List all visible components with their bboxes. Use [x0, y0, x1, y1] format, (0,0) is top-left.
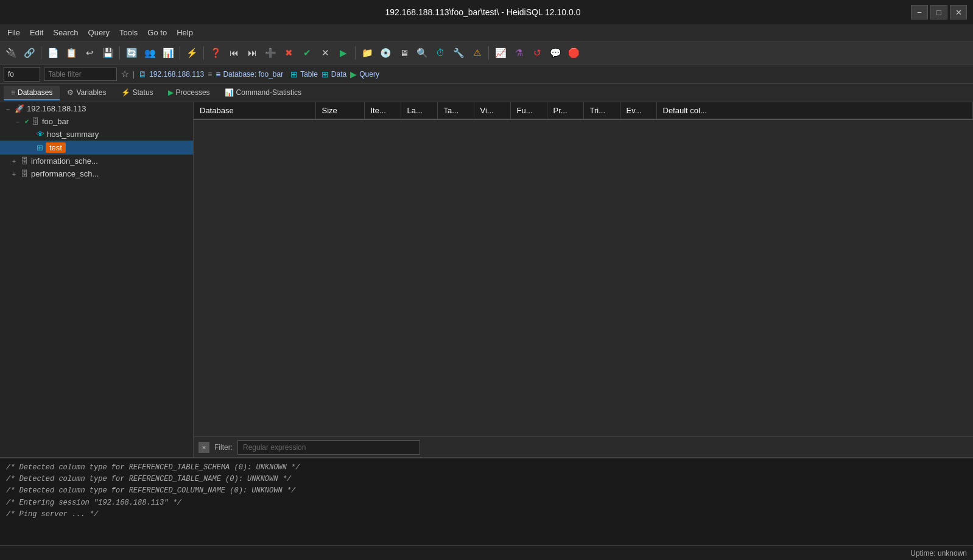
test-label: test	[46, 142, 66, 153]
tree-table-test[interactable]: ⊞ test	[0, 141, 193, 155]
menu-edit[interactable]: Edit	[25, 27, 48, 38]
breadcrumb-data[interactable]: ⊞ Data	[321, 69, 346, 79]
delete-row-button[interactable]: ✖	[280, 44, 297, 61]
col-database[interactable]: Database	[194, 102, 315, 119]
info-schema-icon: 🗄	[21, 156, 29, 166]
last-button[interactable]: ⏭	[244, 44, 261, 61]
discard-button[interactable]: ✕	[317, 44, 334, 61]
folder-button[interactable]: 📁	[359, 44, 376, 61]
stats-button[interactable]: 📈	[492, 44, 509, 61]
col-functions[interactable]: Fu...	[510, 102, 547, 119]
toolbar-sep-3	[180, 46, 180, 60]
database-icon: ≡	[216, 69, 220, 79]
tab-bar: ≡ Databases ⚙ Variables ⚡ Status ▶ Proce…	[0, 84, 973, 102]
menu-tools[interactable]: Tools	[114, 27, 142, 38]
breadcrumb-database[interactable]: ≡ Database: foo_bar	[216, 69, 283, 79]
tree-view-host-summary[interactable]: 👁 host_summary	[0, 128, 193, 141]
manage-users-button[interactable]: 👥	[141, 44, 158, 61]
favorite-button[interactable]: ☆	[121, 68, 129, 80]
ssh-button[interactable]: ⚡	[183, 44, 200, 61]
add-row-button[interactable]: ➕	[262, 44, 279, 61]
tab-status[interactable]: ⚡ Status	[114, 86, 161, 100]
filter-close-button[interactable]: ×	[198, 442, 209, 453]
run-button[interactable]: ▶	[335, 44, 352, 61]
filter-label: Filter:	[214, 443, 233, 452]
close-button[interactable]: ✕	[950, 5, 967, 19]
menu-bar: File Edit Search Query Tools Go to Help	[0, 24, 973, 41]
col-tables[interactable]: Ta...	[437, 102, 474, 119]
tab-processes[interactable]: ▶ Processes	[161, 86, 217, 100]
col-triggers[interactable]: Tri...	[583, 102, 620, 119]
address-bar: ☆ | 🖥 192.168.188.113 ≡ ≡ Database: foo_…	[0, 65, 973, 84]
toolbar: 🔌 🔗 📄 📋 ↩ 💾 🔄 👥 📊 ⚡ ❓ ⏮ ⏭ ➕ ✖ ✔ ✕ ▶ 📁 💿 …	[0, 41, 973, 65]
breadcrumb-data-label: Data	[331, 70, 346, 79]
filter-bar: × Filter:	[194, 436, 973, 457]
refresh-button[interactable]: 🔄	[123, 44, 140, 61]
tab-status-label: Status	[133, 88, 153, 97]
schedule-button[interactable]: ⏱	[432, 44, 449, 61]
db-icon: 🗄	[32, 117, 40, 126]
breadcrumb-table[interactable]: ⊞ Table	[290, 69, 318, 79]
maximize-button[interactable]: □	[930, 5, 947, 19]
stop-button[interactable]: 🛑	[565, 44, 582, 61]
warning-button[interactable]: ⚠	[468, 44, 485, 61]
breadcrumb-server[interactable]: 🖥 192.168.188.113	[138, 69, 204, 79]
tab-databases[interactable]: ≡ Databases	[4, 86, 60, 100]
col-procedures[interactable]: Pr...	[547, 102, 583, 119]
menu-query[interactable]: Query	[83, 27, 114, 38]
minimize-button[interactable]: −	[911, 5, 928, 19]
tree-server[interactable]: − 🚀 192.168.188.113	[0, 102, 193, 115]
help-button[interactable]: ❓	[207, 44, 224, 61]
sidebar: − 🚀 192.168.188.113 − ✔ 🗄 foo_bar 👁 host…	[0, 102, 194, 457]
first-button[interactable]: ⏮	[225, 44, 242, 61]
menu-goto[interactable]: Go to	[142, 27, 172, 38]
tab-command-statistics[interactable]: 📊 Command-Statistics	[217, 86, 309, 100]
undo-button[interactable]: ↩	[81, 44, 98, 61]
object-search-input[interactable]	[4, 67, 40, 82]
toolbar-sep-1	[41, 46, 41, 60]
col-size[interactable]: Size	[315, 102, 364, 119]
breadcrumb-database-label: Database: foo_bar	[223, 70, 283, 79]
tab-variables[interactable]: ⚙ Variables	[60, 86, 113, 100]
data-grid[interactable]: Database Size Ite... La... Ta... Vi... F…	[194, 102, 973, 436]
format-button[interactable]: ⚗	[510, 44, 527, 61]
process-button[interactable]: 🖥	[395, 44, 412, 61]
comment-button[interactable]: 💬	[547, 44, 564, 61]
variables-icon: ⚙	[67, 88, 74, 97]
col-events[interactable]: Ev...	[620, 102, 656, 119]
connect-button[interactable]: 🔌	[2, 44, 19, 61]
find-button[interactable]: 🔍	[413, 44, 430, 61]
breadcrumb-query[interactable]: ▶ Query	[350, 69, 379, 79]
revert-button[interactable]: ↺	[529, 44, 546, 61]
main-area: − 🚀 192.168.188.113 − ✔ 🗄 foo_bar 👁 host…	[0, 102, 973, 457]
save-button[interactable]: 💾	[99, 44, 116, 61]
tree-db-information-schema[interactable]: + 🗄 information_sche...	[0, 155, 193, 167]
toolbar-sep-6	[488, 46, 489, 60]
col-last-modified[interactable]: La...	[401, 102, 437, 119]
log-line: /* Entering session "192.168.188.113" */	[6, 497, 967, 509]
tab-command-stats-label: Command-Statistics	[236, 88, 301, 97]
table-grid-icon: ⊞	[37, 143, 43, 152]
col-items[interactable]: Ite...	[364, 102, 401, 119]
commit-button[interactable]: ✔	[298, 44, 315, 61]
export-csv-button[interactable]: 📊	[160, 44, 177, 61]
menu-file[interactable]: File	[2, 27, 25, 38]
view-eye-icon: 👁	[37, 130, 44, 139]
col-default-collation[interactable]: Default col...	[656, 102, 973, 119]
window-controls: − □ ✕	[911, 5, 967, 19]
menu-help[interactable]: Help	[172, 27, 198, 38]
new-button[interactable]: 📄	[44, 44, 61, 61]
foobar-toggle: −	[13, 118, 22, 125]
filter-input[interactable]	[237, 440, 420, 455]
copy-button[interactable]: 📋	[63, 44, 80, 61]
table-filter-input[interactable]	[44, 68, 117, 81]
save-file-button[interactable]: 💿	[377, 44, 394, 61]
tree-db-foobar[interactable]: − ✔ 🗄 foo_bar	[0, 115, 193, 128]
db-status-icon: ✔	[24, 118, 29, 125]
disconnect-button[interactable]: 🔗	[21, 44, 38, 61]
tree-db-performance-schema[interactable]: + 🗄 performance_sch...	[0, 167, 193, 180]
menu-search[interactable]: Search	[48, 27, 83, 38]
tools-button[interactable]: 🔧	[450, 44, 467, 61]
title-bar: 192.168.188.113\foo_bar\test\ - HeidiSQL…	[0, 0, 973, 24]
col-views[interactable]: Vi...	[474, 102, 510, 119]
